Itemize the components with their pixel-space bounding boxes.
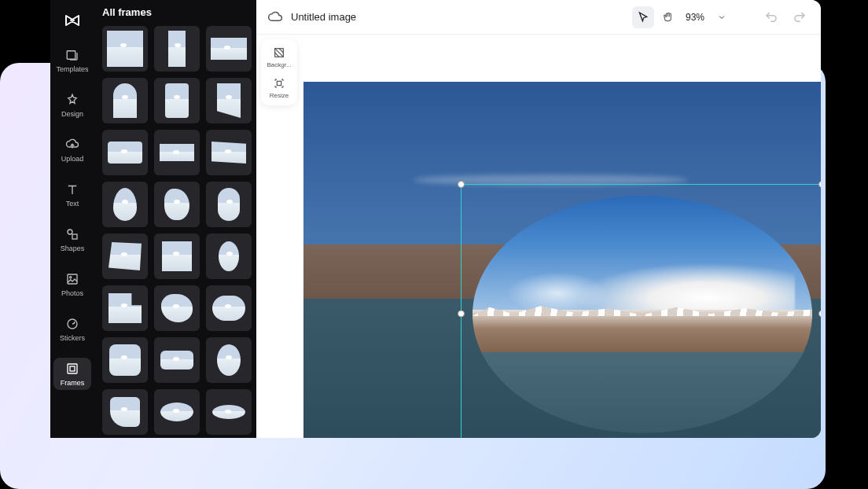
app-logo[interactable] — [61, 9, 83, 31]
undo-button[interactable] — [761, 7, 782, 28]
canvas-area: Untitled image 93% — [256, 0, 821, 438]
resize-handle[interactable] — [458, 311, 465, 318]
nav-item-stickers[interactable]: Stickers — [53, 313, 91, 345]
editor-window: Templates Design Upload Text Shapes Phot… — [50, 0, 821, 438]
svg-rect-3 — [68, 274, 77, 284]
nav-sidebar: Templates Design Upload Text Shapes Phot… — [50, 0, 94, 438]
frames-grid — [102, 26, 248, 435]
svg-rect-2 — [72, 234, 77, 239]
resize-icon — [272, 76, 286, 90]
nav-label: Shapes — [61, 244, 85, 252]
resize-handle[interactable] — [458, 181, 465, 188]
text-icon — [64, 182, 80, 197]
frame-thumb[interactable] — [154, 26, 200, 72]
frame-thumb[interactable] — [102, 130, 148, 175]
svg-rect-0 — [67, 51, 75, 60]
nav-item-text[interactable]: Text — [53, 178, 91, 211]
frame-thumb[interactable] — [154, 182, 200, 227]
frame-thumb[interactable] — [206, 182, 252, 227]
nav-label: Frames — [61, 379, 85, 387]
frame-thumb[interactable] — [102, 389, 148, 435]
frame-thumb[interactable] — [206, 285, 252, 331]
shapes-icon — [64, 226, 80, 242]
oval-frame[interactable] — [473, 196, 812, 433]
nav-item-photos[interactable]: Photos — [53, 268, 91, 300]
nav-item-shapes[interactable]: Shapes — [53, 223, 91, 256]
frame-thumb[interactable] — [154, 337, 200, 383]
svg-rect-6 — [68, 364, 77, 373]
cloud-icon — [267, 9, 283, 25]
svg-point-4 — [70, 277, 72, 278]
svg-rect-9 — [277, 81, 281, 85]
nav-label: Text — [66, 200, 79, 208]
canvas-content[interactable] — [256, 35, 821, 438]
frame-thumb[interactable] — [206, 233, 252, 279]
background-tool[interactable]: Backgr... — [264, 46, 294, 68]
frame-thumb[interactable] — [154, 78, 200, 123]
zoom-dropdown[interactable] — [711, 6, 733, 28]
frame-thumb[interactable] — [206, 26, 252, 72]
nav-item-design[interactable]: Design — [53, 89, 91, 121]
frame-thumb[interactable] — [102, 78, 148, 123]
svg-rect-7 — [70, 366, 75, 371]
hand-tool-button[interactable] — [657, 6, 679, 28]
resize-handle[interactable] — [818, 181, 821, 188]
file-title[interactable]: Untitled image — [291, 11, 624, 23]
frame-thumb[interactable] — [102, 26, 148, 72]
nav-label: Templates — [56, 65, 88, 73]
nav-label: Photos — [61, 289, 83, 297]
nav-item-upload[interactable]: Upload — [53, 134, 91, 166]
upload-icon — [64, 137, 80, 153]
frame-thumb[interactable] — [102, 233, 148, 279]
select-tool-button[interactable] — [632, 6, 654, 28]
zoom-level[interactable]: 93% — [686, 12, 704, 23]
nav-item-frames[interactable]: Frames — [53, 358, 91, 390]
frame-thumb[interactable] — [206, 389, 252, 435]
frame-thumb[interactable] — [206, 78, 252, 123]
background-icon — [272, 46, 286, 60]
frames-panel-title: All frames — [102, 6, 248, 18]
photos-icon — [64, 271, 80, 287]
tool-label: Backgr... — [267, 61, 291, 68]
frame-thumb[interactable] — [102, 182, 148, 227]
frames-panel: All frames — [94, 0, 256, 438]
svg-point-1 — [68, 230, 72, 234]
nav-label: Stickers — [60, 334, 85, 342]
selection-box[interactable] — [461, 184, 821, 438]
frame-thumb[interactable] — [102, 285, 148, 331]
templates-icon — [64, 47, 80, 63]
cursor-tools: 93% — [632, 6, 733, 28]
frame-thumb[interactable] — [102, 337, 148, 383]
frame-thumb[interactable] — [154, 233, 200, 279]
tool-label: Resize — [270, 92, 289, 99]
frames-icon — [64, 361, 80, 377]
nav-label: Design — [61, 110, 83, 118]
canvas-background-image[interactable] — [303, 82, 821, 438]
frame-thumb[interactable] — [154, 389, 200, 435]
resize-handle[interactable] — [818, 311, 821, 318]
design-icon — [64, 92, 80, 108]
nav-item-templates[interactable]: Templates — [53, 44, 91, 76]
resize-tool[interactable]: Resize — [264, 76, 294, 99]
frame-thumb[interactable] — [206, 130, 252, 175]
redo-button[interactable] — [789, 7, 810, 28]
stickers-icon — [64, 316, 80, 332]
top-bar: Untitled image 93% — [256, 0, 821, 35]
nav-label: Upload — [61, 155, 84, 163]
frame-thumb[interactable] — [154, 285, 200, 331]
frame-thumb[interactable] — [154, 130, 200, 175]
floating-tools: Backgr... Resize — [261, 39, 297, 105]
frame-thumb[interactable] — [206, 337, 252, 383]
